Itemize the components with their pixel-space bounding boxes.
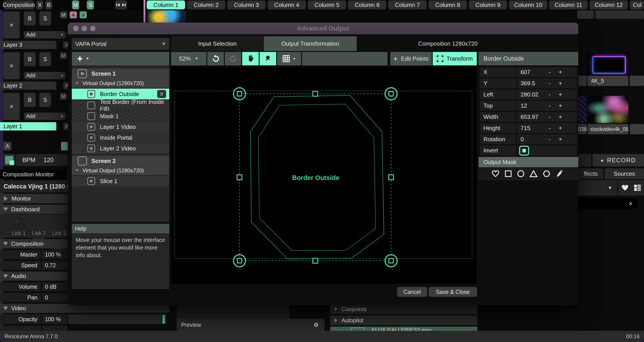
opacity-value[interactable]: 100 %: [42, 314, 67, 324]
crossfader-cell[interactable]: [61, 142, 68, 150]
crossfader-a-button[interactable]: A: [3, 142, 12, 150]
column-tab-1[interactable]: Column 1: [147, 1, 185, 10]
triangle-mask-icon[interactable]: [530, 170, 538, 177]
increment-button[interactable]: +: [556, 68, 565, 77]
increment-button[interactable]: +: [556, 113, 565, 122]
layer3-bypass-button[interactable]: B: [24, 12, 36, 26]
heart-mask-icon[interactable]: [492, 170, 500, 177]
opacity-slider[interactable]: [68, 314, 166, 324]
layer1-close-button[interactable]: ×: [3, 93, 20, 120]
gear-icon[interactable]: [312, 321, 320, 328]
clip-label-partial[interactable]: [630, 124, 644, 134]
output-device-dropdown[interactable]: VAPA Portal ▼: [72, 38, 169, 50]
sources-filter-dropdown[interactable]: ▼: [578, 180, 617, 196]
add-slice-toolbar[interactable]: + ▼: [72, 52, 169, 65]
column-tab-4[interactable]: Column 4: [268, 1, 306, 10]
tab-sources[interactable]: Sources: [605, 168, 644, 179]
increment-button[interactable]: +: [556, 79, 565, 88]
record-button[interactable]: ● RECORD: [592, 154, 644, 167]
composition-section-header[interactable]: Composition: [0, 239, 68, 248]
column-tab-8[interactable]: Column 8: [428, 1, 467, 10]
bpm-control[interactable]: BPM 120: [16, 154, 70, 166]
layer3-close-button[interactable]: ×: [3, 12, 20, 39]
tree-slice1[interactable]: Slice 1: [72, 176, 169, 186]
tab-composition[interactable]: Composition: [4, 1, 34, 10]
speed-value[interactable]: 0.72: [42, 261, 68, 270]
layer3-add-dropdown[interactable]: Add▼: [24, 31, 66, 39]
increment-button[interactable]: +: [556, 135, 565, 144]
layer3-v-badge[interactable]: V: [80, 12, 87, 18]
column-tab-6[interactable]: Column 6: [348, 1, 386, 10]
tree-screen1[interactable]: Screen 1: [72, 69, 169, 79]
tree-inside-portal[interactable]: Inside Portal: [72, 133, 169, 143]
opacity-slider-handle[interactable]: [162, 315, 165, 323]
tree-border-outside-selected[interactable]: Border Outside X: [72, 89, 169, 99]
clip-036-label[interactable]: 036: [577, 124, 586, 134]
triangle-down-icon[interactable]: [75, 82, 78, 84]
decrement-button[interactable]: -: [545, 68, 554, 77]
clip-thumbnail[interactable]: [147, 10, 186, 23]
composition-s-button[interactable]: S: [87, 1, 94, 10]
tree-layer2-video[interactable]: Layer 2 Video: [72, 143, 169, 154]
layer1-bypass-button[interactable]: B: [24, 93, 36, 107]
zoom-level-dropdown[interactable]: 52% ▼: [171, 52, 206, 65]
column-tab-13-partial[interactable]: Col: [630, 1, 644, 10]
layer2-solo-button[interactable]: S: [39, 52, 51, 66]
decrement-button[interactable]: -: [545, 90, 554, 99]
undo-button[interactable]: [207, 52, 224, 65]
prop-rotation-value[interactable]: 0 - +: [517, 134, 577, 144]
decrement-button[interactable]: -: [545, 124, 554, 133]
column-tab-2[interactable]: Column 2: [187, 1, 226, 10]
clip-036-thumbnail[interactable]: [577, 96, 586, 123]
decrement-button[interactable]: -: [545, 79, 554, 88]
decrement-button[interactable]: -: [545, 135, 554, 144]
prop-top-value[interactable]: 12 - +: [517, 101, 577, 111]
tab-output-transformation[interactable]: Output Transformation: [264, 36, 357, 51]
mask-tool-button[interactable]: [260, 52, 276, 65]
layer2-add-dropdown[interactable]: Add▼: [24, 72, 66, 79]
search-clear-icon[interactable]: ×: [629, 200, 632, 207]
master-value[interactable]: 100 %: [42, 250, 68, 259]
circle-mask-icon[interactable]: [517, 170, 524, 177]
prop-left-value[interactable]: 280.02 - +: [517, 90, 577, 100]
layer3-m-badge[interactable]: M: [60, 12, 67, 18]
hexagon-mask-icon[interactable]: [542, 170, 550, 177]
layer3-a-badge[interactable]: A: [70, 12, 77, 18]
pan-value[interactable]: 0: [42, 293, 68, 302]
save-close-button[interactable]: Save & Close: [429, 287, 477, 297]
audio-section-header[interactable]: Audio: [0, 271, 68, 281]
pan-tool-button[interactable]: [242, 52, 259, 65]
cuepoints-section-header[interactable]: Cuepoints: [330, 304, 478, 314]
slice-delete-button[interactable]: X: [157, 90, 166, 98]
tree-screen1-output[interactable]: Virtual Output (1280x720): [72, 79, 169, 88]
column-tab-9[interactable]: Column 9: [469, 1, 507, 10]
tree-mask1[interactable]: Mask 1: [72, 111, 169, 121]
layer3-title[interactable]: Layer 3: [0, 41, 56, 49]
output-canvas[interactable]: Border Outside: [171, 67, 477, 284]
composition-bypass-button[interactable]: B: [45, 1, 52, 10]
monitor-section-header[interactable]: Monitor: [0, 194, 68, 203]
grid-options-dropdown[interactable]: ▼: [277, 52, 301, 65]
tree-screen2-output[interactable]: Virtual Output (1280x720): [72, 166, 169, 175]
layer1-m-badge[interactable]: M: [60, 93, 67, 100]
redo-button[interactable]: [225, 52, 241, 65]
prop-x-value[interactable]: 607 - +: [517, 67, 577, 77]
search-input[interactable]: ×: [578, 198, 638, 209]
transform-button[interactable]: Transform: [433, 52, 477, 65]
pencil-mask-icon[interactable]: [556, 170, 563, 177]
layer1-solo-button[interactable]: S: [39, 93, 51, 107]
layer2-title[interactable]: Layer 2: [0, 82, 56, 90]
layer2-m-badge[interactable]: M: [60, 52, 67, 59]
layer2-bypass-button[interactable]: B: [24, 52, 36, 66]
preview-panel-header[interactable]: Preview: [177, 319, 324, 331]
increment-button[interactable]: +: [556, 101, 565, 110]
layer3-solo-button[interactable]: S: [39, 12, 51, 26]
prop-width-value[interactable]: 653.97 - +: [517, 112, 577, 122]
clip-4k5-label[interactable]: 4K_5: [588, 76, 628, 86]
dialog-title-bar[interactable]: Advanced Output: [68, 23, 578, 34]
tab-effects-partial[interactable]: ffects: [578, 168, 603, 179]
column-tab-5[interactable]: Column 5: [308, 1, 346, 10]
autopilot-clip-row[interactable]: FLUX GALLERIES2.mov: [330, 326, 478, 331]
column-tab-10[interactable]: Column 10: [509, 1, 548, 10]
tree-test-border[interactable]: Test Border (From Inside Fill): [72, 100, 169, 111]
